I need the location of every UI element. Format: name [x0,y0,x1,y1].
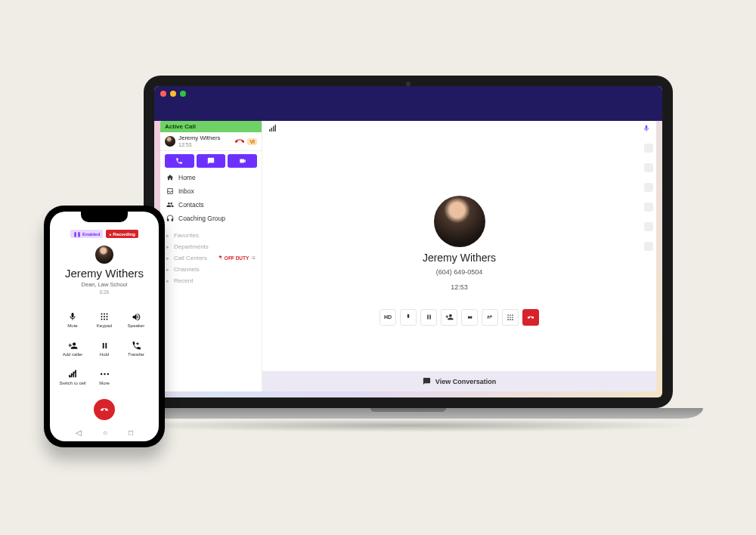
call-duration: 12:53 [451,283,468,291]
switch-to-cell-button[interactable]: Switch to cell [57,364,88,390]
menu-icon[interactable]: ≡ [252,255,256,261]
transfer-icon [129,340,144,351]
rail-item[interactable] [644,183,653,192]
svg-rect-25 [105,342,107,348]
speaker-button[interactable]: Speaker [120,307,152,332]
sidebar-item-home[interactable]: Home [160,171,262,184]
call-duration: 0:26 [100,289,110,295]
svg-point-14 [512,319,513,320]
group-channels[interactable]: ▸ Channels [166,264,256,275]
keypad-icon [97,311,112,322]
svg-point-21 [101,319,103,320]
call-control-row: HD [380,309,539,326]
nav-home-icon[interactable]: ○ [103,428,107,437]
chat-button[interactable] [197,154,226,168]
phone-device: ❚❚ Enabled ● Recording Jeremy Withers De… [44,206,165,447]
keypad-button[interactable] [502,309,519,326]
record-icon: ● [109,232,111,237]
sidebar-item-label: Coaching Group [178,215,225,222]
rail-item[interactable] [644,203,653,212]
mute-button[interactable] [400,309,417,326]
sidebar-item-label: Inbox [178,187,194,195]
close-window-icon[interactable] [160,91,166,97]
sidebar: Active Call Jeremy Withers 12:53 VI [160,121,262,391]
chevron-right-icon: ▸ [166,233,172,239]
rail-item[interactable] [644,163,653,172]
call-main-pane: Jeremy Withers (604) 649-0504 12:53 HD [262,121,656,391]
headset-icon [166,215,174,222]
hold-button[interactable]: Hold [88,336,120,361]
chevron-right-icon: ▸ [166,267,172,273]
group-recent[interactable]: ▸ Recent [166,275,256,286]
more-icon [97,369,112,379]
phone-notch [81,212,128,222]
chevron-right-icon: ▸ [166,278,172,284]
group-label: Recent [174,277,193,284]
nav-recent-icon[interactable]: □ [129,428,133,437]
maximize-window-icon[interactable] [180,91,186,97]
mute-button[interactable]: Mute [57,307,88,332]
laptop-device: Active Call Jeremy Withers 12:53 VI [144,76,673,432]
keypad-button[interactable]: Keypad [88,307,120,332]
rail-item[interactable] [644,144,653,153]
svg-point-22 [104,319,105,320]
rail-item[interactable] [644,242,653,251]
svg-rect-5 [429,315,431,320]
group-favorites[interactable]: ▸ Favorites [166,230,256,241]
call-details: Jeremy Withers (604) 649-0504 12:53 HD [262,136,656,371]
svg-rect-1 [271,128,273,131]
view-conversation-button[interactable]: View Conversation [262,371,656,391]
more-button[interactable]: More [88,364,120,390]
group-label: Channels [174,266,200,273]
svg-point-13 [510,319,511,320]
phone-call-controls-grid: Mute Keypad Speaker Add caller [57,307,152,390]
sidebar-item-contacts[interactable]: Contacts [160,198,262,212]
group-call-centers[interactable]: ▸ Call Centers OFF DUTY ≡ [166,252,256,264]
group-label: Departments [174,243,209,250]
caller-phone-number: (604) 649-0504 [436,268,483,276]
chat-icon [423,377,431,385]
active-call-duration: 12:53 [178,142,232,148]
add-caller-button[interactable] [441,309,457,326]
pause-icon: ❚❚ [73,231,81,237]
svg-rect-24 [102,342,104,348]
svg-point-15 [101,314,103,315]
svg-point-9 [507,317,509,318]
contacts-icon [166,201,174,209]
sidebar-item-inbox[interactable]: Inbox [160,184,262,198]
cell-signal-icon [65,369,80,379]
laptop-shadow [113,419,703,432]
svg-point-18 [101,316,103,317]
off-duty-badge: OFF DUTY [218,255,249,261]
quick-action-row [160,151,262,171]
laptop-base [113,408,703,419]
app-frame: Active Call Jeremy Withers 12:53 VI [160,121,656,391]
caller-name: Jeremy Withers [65,267,144,280]
phone-button[interactable] [165,154,194,168]
hangup-icon[interactable] [235,137,244,146]
active-call-row[interactable]: Jeremy Withers 12:53 VI [160,132,262,151]
voicemail-button[interactable] [461,309,478,326]
mic-icon[interactable] [643,125,650,132]
minimize-window-icon[interactable] [170,91,176,97]
rail-item[interactable] [644,222,653,231]
transfer-button[interactable]: Transfer [120,336,152,361]
call-status-badges: ❚❚ Enabled ● Recording [70,230,138,238]
chevron-right-icon: ▸ [166,255,172,261]
sidebar-item-coaching-group[interactable]: Coaching Group [160,212,262,225]
end-call-button[interactable] [522,309,539,326]
svg-point-6 [507,314,509,316]
end-call-button[interactable] [94,399,115,420]
hd-button[interactable]: HD [380,309,396,326]
hold-button[interactable] [420,309,437,326]
video-button[interactable] [228,154,257,168]
signal-icon [268,125,277,132]
main-topbar [262,121,656,136]
nav-back-icon[interactable]: ◁ [76,428,82,437]
group-departments[interactable]: ▸ Departments [166,241,256,252]
inbox-icon [166,187,174,195]
add-caller-button[interactable]: Add caller [57,336,88,361]
pause-icon [97,340,112,351]
view-conversation-label: View Conversation [435,378,496,385]
transfer-button[interactable] [482,309,498,326]
